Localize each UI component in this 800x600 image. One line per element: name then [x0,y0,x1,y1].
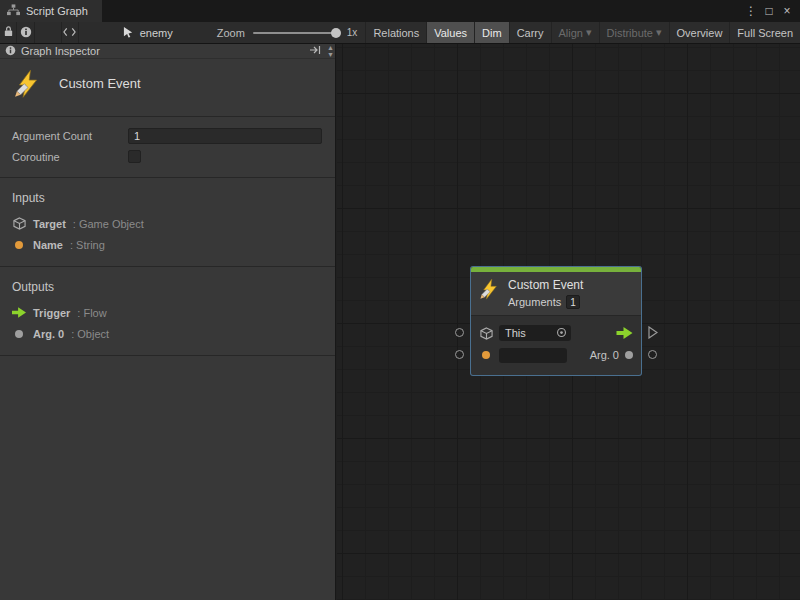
node-this-row: This [471,322,641,344]
output-trigger-row: Trigger : Flow [0,302,335,323]
zoom-slider[interactable] [253,32,339,34]
zoom-control: Zoom 1x [209,22,366,43]
port-name: Trigger [33,307,70,319]
external-name-port[interactable] [455,350,464,359]
port-type: : Flow [77,307,106,319]
input-target-row: Target : Game Object [0,213,335,234]
full-screen-button[interactable]: Full Screen [729,22,800,43]
chevron-down-icon: ▾ [586,26,592,39]
target-value: This [505,327,526,339]
inputs-heading: Inputs [0,184,335,213]
tab-title: Script Graph [26,5,88,17]
node-title: Custom Event [508,278,583,292]
info-icon [20,26,32,40]
coroutine-row: Coroutine [0,146,335,167]
zoom-slider-handle[interactable] [331,28,341,38]
scroll-down-icon[interactable]: ▼ [327,51,334,58]
node-header-text: Custom Event Arguments 1 [508,277,583,309]
target-object-dropdown[interactable]: This [499,325,571,341]
inspector-toggle-button[interactable] [17,22,34,43]
node-arg0-row: Arg. 0 [471,344,641,366]
dock-icon[interactable] [309,45,321,57]
align-dropdown-button[interactable]: Align▾ [551,22,599,43]
object-port-icon [12,330,26,338]
inputs-section: Inputs Target : Game Object Name : Strin… [0,178,335,267]
kebab-menu-icon[interactable]: ⋮ [742,0,760,22]
code-icon [63,27,76,39]
values-button[interactable]: Values [426,22,474,43]
flow-arrow-icon [12,307,26,318]
input-name-row: Name : String [0,234,335,255]
port-name: Arg. 0 [33,328,64,340]
object-picker-icon[interactable] [556,327,567,340]
cube-icon [479,327,493,340]
string-port-icon [12,241,26,249]
window-controls: ⋮ □ × [742,0,800,22]
graph-name-label: enemy [140,27,173,39]
external-trigger-port[interactable] [648,326,658,341]
trigger-out-port[interactable] [616,327,633,339]
toolbar-right-group: Relations Values Dim Carry Align▾ Distri… [365,22,800,43]
cube-icon [12,217,26,230]
close-icon[interactable]: × [778,0,796,22]
maximize-icon[interactable]: □ [760,0,778,22]
distribute-dropdown-button[interactable]: Distribute▾ [599,22,669,43]
code-view-button[interactable] [61,22,79,43]
info-icon [5,45,16,58]
external-arg0-port[interactable] [648,350,657,359]
argument-count-label: Argument Count [12,130,128,142]
zoom-label: Zoom [217,27,245,39]
port-name: Name [33,239,63,251]
graph-reference[interactable]: enemy [113,22,183,43]
outputs-heading: Outputs [0,273,335,302]
graph-inspector-panel: Graph Inspector ▲ ▼ Cu [0,44,336,600]
lock-icon [3,25,14,40]
event-title: Custom Event [59,76,141,91]
custom-event-icon [13,69,43,103]
title-bar: Script Graph ⋮ □ × [0,0,800,22]
chevron-down-icon: ▾ [656,26,662,39]
custom-event-node[interactable]: Custom Event Arguments 1 This [471,267,641,375]
arguments-count-field[interactable]: 1 [566,295,580,309]
coroutine-checkbox[interactable] [128,150,141,163]
cursor-icon [123,26,134,40]
dim-button[interactable]: Dim [474,22,509,43]
output-arg0-row: Arg. 0 : Object [0,323,335,344]
node-body: This Arg. 0 [471,316,641,375]
node-header[interactable]: Custom Event Arguments 1 [471,272,641,316]
inspector-scrollbar[interactable]: ▲ ▼ [327,44,334,58]
argument-count-input[interactable] [128,128,322,144]
graph-toolbar: enemy Zoom 1x Relations Values Dim Carry… [0,22,800,44]
custom-event-icon [479,277,501,305]
content-area: Graph Inspector ▲ ▼ Cu [0,44,800,600]
port-type: : Game Object [73,218,144,230]
port-type: : String [70,239,105,251]
outputs-section: Outputs Trigger : Flow Arg. 0 : Object [0,267,335,356]
relations-button[interactable]: Relations [365,22,426,43]
tab-script-graph[interactable]: Script Graph [0,0,102,22]
name-in-port[interactable] [479,351,493,359]
argument-count-row: Argument Count [0,125,335,146]
arg0-out-port[interactable] [625,351,633,359]
carry-button[interactable]: Carry [509,22,551,43]
event-header: Custom Event [0,59,335,117]
scroll-up-icon[interactable]: ▲ [327,44,334,51]
graph-canvas[interactable]: Custom Event Arguments 1 This [337,44,800,600]
graph-inspector-header: Graph Inspector ▲ ▼ [0,44,335,59]
coroutine-label: Coroutine [12,151,128,163]
script-graph-icon [7,4,20,18]
lock-button[interactable] [0,22,17,43]
titlebar-spacer [102,0,742,22]
name-input-field[interactable] [499,348,567,363]
inspector-title: Graph Inspector [21,45,100,57]
overview-button[interactable]: Overview [669,22,730,43]
arguments-label: Arguments [508,296,561,308]
event-settings: Argument Count Coroutine [0,117,335,178]
port-type: : Object [71,328,109,340]
zoom-value: 1x [347,27,358,38]
script-graph-window: Script Graph ⋮ □ × [0,0,800,600]
node-arguments-row: Arguments 1 [508,295,583,309]
port-name: Target [33,218,66,230]
arg0-label: Arg. 0 [590,349,619,361]
external-this-port[interactable] [455,328,464,337]
